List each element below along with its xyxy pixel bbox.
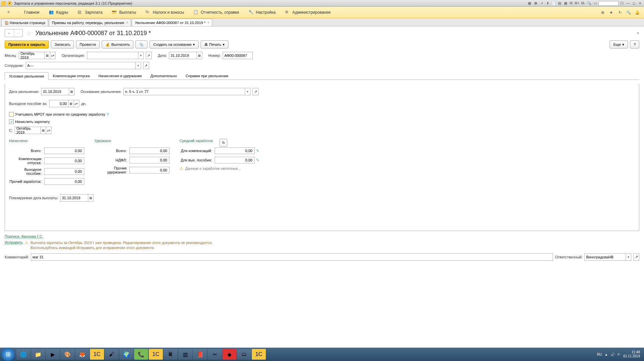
fix-link[interactable]: Исправить	[5, 240, 23, 244]
menu-kadry[interactable]: 👥Кадры	[44, 7, 73, 18]
menu-nastroyka[interactable]: 🔧Настройка	[244, 7, 280, 18]
month-field[interactable]: Октябрь 2019 ▦ ▴▾	[19, 52, 56, 59]
calendar-icon[interactable]: ▦	[44, 52, 50, 59]
close-icon[interactable]: ×	[207, 21, 209, 24]
nav-forward[interactable]: →	[14, 29, 22, 37]
post-and-close-button[interactable]: Провести и закрыть	[5, 40, 49, 48]
withheld-other[interactable]	[129, 167, 170, 173]
severance-field[interactable]: 0,00 ▦ ▴▾	[49, 100, 79, 107]
tb-mminus[interactable]: M-	[580, 1, 586, 6]
tb-mplus[interactable]: M+	[574, 1, 580, 6]
menu-main[interactable]: Главное	[19, 7, 44, 18]
calendar-icon[interactable]: ▦	[197, 52, 202, 59]
employee-field[interactable]: А--- ▾	[26, 62, 141, 69]
star-icon[interactable]: ★	[607, 8, 615, 16]
save-button[interactable]: Записать	[51, 40, 74, 48]
tb-icon[interactable]: ▦	[527, 1, 532, 6]
maximize-icon[interactable]: ◻	[631, 1, 637, 6]
accrued-comp[interactable]	[44, 157, 84, 164]
help-button[interactable]: ?	[630, 40, 639, 48]
menu-zarplata[interactable]: ▤Зарплата	[73, 7, 107, 18]
subtab-conditions[interactable]: Условия увольнения	[5, 72, 48, 80]
tb-icon[interactable]: 📄	[551, 1, 556, 6]
tb-icon[interactable]: ⬇	[545, 1, 550, 6]
tb-user[interactable]	[599, 1, 619, 6]
calc-icon[interactable]: ▦	[68, 100, 74, 107]
menu-vyplaty[interactable]: 💳Выплаты	[107, 7, 141, 18]
search-icon[interactable]: 🔍	[625, 8, 633, 16]
print-button[interactable]: 🖶Печать▾	[201, 40, 228, 48]
tb-icon[interactable]: ↗	[539, 1, 544, 6]
dropdown-icon[interactable]: ▾	[138, 52, 143, 59]
close-icon[interactable]: ×	[126, 21, 128, 24]
menu-admin[interactable]: ⚙Администрирование	[280, 7, 335, 18]
org-field[interactable]: ▾	[87, 52, 144, 59]
subtab-additional[interactable]: Дополнительно	[146, 72, 181, 80]
open-icon[interactable]: ↗	[146, 52, 152, 59]
dropdown-icon[interactable]: ▾	[245, 88, 250, 95]
menu-otchet[interactable]: 📋Отчетность, справки	[189, 7, 244, 18]
signatures-link[interactable]: Подписи: Аронова Г.С.	[5, 234, 43, 238]
history-icon[interactable]: ↻	[616, 8, 624, 16]
withheld-ndfl[interactable]	[129, 157, 170, 163]
create-based-button[interactable]: Создать на основании▾	[149, 40, 198, 48]
close-icon[interactable]: ✕	[637, 1, 643, 6]
menu-burger[interactable]: ≡	[3, 7, 19, 18]
tab-home[interactable]: 🏠Начальная страница	[1, 19, 48, 26]
open-icon[interactable]: ↗	[633, 253, 639, 261]
bell-icon[interactable]: 🔔	[633, 8, 641, 16]
mrot-checkbox[interactable]	[9, 112, 14, 117]
spinner-icon[interactable]: ▴▾	[46, 127, 51, 134]
avg-sev[interactable]	[215, 157, 255, 163]
close-document-icon[interactable]: ×	[637, 30, 639, 36]
attach-button[interactable]: 📎	[135, 40, 147, 48]
tb-panel-icon[interactable]: ▭	[593, 1, 598, 6]
spinner-icon[interactable]: ▴▾	[74, 100, 79, 107]
from-field[interactable]: Октябрь 2019 ▦ ▴▾	[15, 127, 51, 134]
calendar-icon[interactable]: ▦	[40, 127, 46, 134]
tb-icon[interactable]: ▤	[557, 1, 562, 6]
tb-calendar-icon[interactable]: ▦	[563, 1, 568, 6]
comment-field[interactable]	[31, 253, 553, 261]
tb-info-icon[interactable]: ⓘ	[619, 1, 625, 6]
pay-button[interactable]: 💰Выплатить	[102, 40, 133, 48]
calendar-icon[interactable]: ▦	[88, 195, 93, 201]
dismiss-date-field[interactable]: 31.10.2019 ▦	[41, 88, 75, 95]
accrued-sev[interactable]	[44, 168, 84, 175]
responsible-field[interactable]: ВиноградоваНВ ▾	[584, 253, 631, 261]
menu-nalogi[interactable]: %Налоги и взносы	[141, 7, 189, 18]
reason-field[interactable]: п. 5 ч. 1 ст. 77 ▾	[123, 88, 250, 95]
tab-uvolnenie[interactable]: Увольнение АФ00-000087 от 31.10.2019 *×	[132, 19, 212, 26]
date-field[interactable]: 31.10.2019 ▦	[169, 52, 202, 59]
nav-back[interactable]: ←	[5, 29, 14, 37]
help-icon[interactable]: ?	[107, 112, 109, 116]
pencil-icon[interactable]: ✎	[256, 158, 261, 162]
subtab-accruals[interactable]: Начисления и удержания	[94, 72, 146, 80]
apps-icon[interactable]: ⊞	[599, 8, 607, 16]
post-button[interactable]: Провести	[76, 40, 100, 48]
tab-priemy[interactable]: Приемы на работу, переводы, увольнения×	[49, 19, 131, 26]
calendar-icon[interactable]: ▦	[69, 88, 74, 95]
open-icon[interactable]: ↗	[252, 88, 258, 95]
accrue-checkbox[interactable]	[9, 119, 14, 124]
dropdown-icon[interactable]: ▾	[7, 1, 12, 6]
spinner-icon[interactable]: ▴▾	[50, 52, 55, 59]
dropdown-icon[interactable]: ▾	[135, 62, 141, 69]
tb-icon[interactable]: 🖶	[533, 1, 538, 6]
tb-m[interactable]: M	[569, 1, 573, 6]
number-field[interactable]	[223, 52, 253, 59]
accrued-other[interactable]	[44, 178, 84, 185]
dropdown-icon[interactable]: ▾	[626, 254, 631, 260]
minimize-icon[interactable]: —	[625, 1, 631, 6]
more-button[interactable]: Еще▾	[610, 40, 628, 48]
open-icon[interactable]: ↗	[143, 62, 149, 69]
refresh-button[interactable]: ↻	[219, 139, 227, 147]
avg-comp[interactable]	[215, 147, 255, 154]
subtab-references[interactable]: Справки при увольнении	[181, 72, 232, 80]
favorite-star-icon[interactable]: ☆	[26, 30, 33, 36]
subtab-compensation[interactable]: Компенсации отпуска	[48, 72, 94, 80]
withheld-total[interactable]	[129, 147, 170, 154]
plan-date-field[interactable]: 31.10.2019 ▦	[60, 194, 94, 202]
accrued-total[interactable]	[44, 147, 84, 154]
pencil-icon[interactable]: ✎	[256, 149, 261, 153]
